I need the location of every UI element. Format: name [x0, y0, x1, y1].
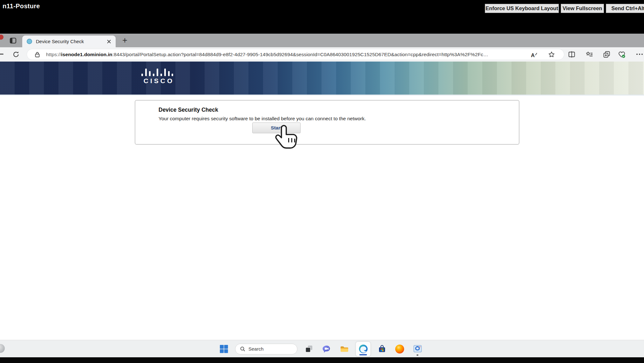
new-tab-button[interactable]: + [120, 36, 130, 45]
cisco-brand-text: CISCO [141, 77, 175, 85]
tab-title: Device Security Check [36, 39, 84, 44]
split-screen-icon[interactable] [568, 50, 576, 58]
task-view-icon[interactable] [302, 342, 315, 356]
search-placeholder-text: Search [248, 346, 264, 352]
cisco-logo-icon: CISCO [141, 67, 175, 85]
add-favorite-star-icon[interactable] [548, 51, 555, 58]
windows-taskbar: Search [0, 340, 644, 357]
taskbar-app-group: Search [217, 340, 424, 358]
letterbox-strip [0, 357, 644, 363]
site-lock-icon[interactable] [35, 52, 40, 57]
portal-header-banner: CISCO Client Provisioning Portal [0, 62, 644, 96]
widgets-icon[interactable] [0, 344, 5, 353]
browser-toolbar: https://isenode1.dominion.in:8443/portal… [0, 47, 644, 62]
url-path: :8443/portal/PortalSetup.action?portal=8… [112, 52, 488, 57]
start-button-windows[interactable] [217, 342, 230, 356]
active-tab[interactable]: Device Security Check [22, 36, 116, 47]
page-content: Device Security Check Your computer requ… [0, 96, 644, 340]
collections-icon[interactable] [603, 50, 611, 58]
recording-indicator-dot [0, 35, 3, 40]
hand-cursor-icon [275, 124, 299, 152]
vm-console-app-icon[interactable] [411, 342, 424, 356]
firefox-icon[interactable] [393, 342, 406, 356]
edge-browser-icon[interactable] [356, 342, 370, 356]
browser-essentials-icon[interactable] [618, 50, 626, 58]
url-host: isenode1.dominion.in [61, 52, 112, 57]
chat-teams-icon[interactable] [320, 342, 333, 356]
refresh-icon[interactable] [12, 50, 20, 58]
enforce-keyboard-layout-button[interactable]: Enforce US Keyboard Layout [485, 4, 559, 13]
back-icon[interactable] [0, 54, 3, 55]
running-app-indicator [417, 354, 418, 356]
browser-tab-strip: Device Security Check + [0, 34, 644, 47]
url-text: https://isenode1.dominion.in:8443/portal… [46, 49, 488, 60]
tab-favicon-icon [27, 39, 32, 44]
vm-session-title: n11-Posture [3, 3, 40, 10]
send-ctrl-alt-del-button[interactable]: Send Ctrl+Alt+Del [606, 4, 644, 13]
tab-actions-menu-icon[interactable] [9, 36, 17, 45]
card-body-text: Your computer requires security software… [159, 116, 366, 122]
edge-active-indicator [359, 354, 367, 355]
tab-close-icon[interactable] [106, 39, 112, 44]
taskbar-search-box[interactable]: Search [235, 344, 297, 354]
url-scheme: https:// [46, 52, 61, 57]
device-security-check-card: Device Security Check Your computer requ… [135, 100, 519, 145]
settings-menu-icon[interactable] [636, 52, 644, 60]
read-aloud-icon[interactable]: A [530, 51, 538, 58]
vm-remote-screen: n11-Posture Enforce US Keyboard Layout V… [0, 0, 644, 363]
microsoft-store-icon[interactable] [376, 342, 388, 356]
card-heading: Device Security Check [159, 107, 218, 113]
view-fullscreen-button[interactable]: View Fullscreen [561, 4, 604, 13]
address-bar[interactable]: https://isenode1.dominion.in:8443/portal… [27, 49, 564, 60]
favorites-icon[interactable] [586, 50, 593, 58]
file-explorer-icon[interactable] [338, 342, 351, 356]
